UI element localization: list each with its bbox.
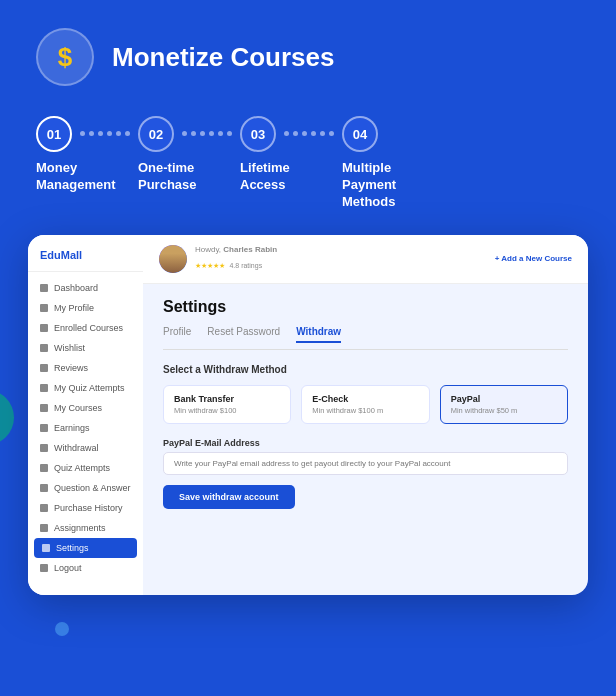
settings-panel: Settings Profile Reset Password Withdraw… [143,284,588,595]
howdy-label: Howdy, Charles Rabin [195,245,277,254]
earnings-icon [40,424,48,432]
header: $ Monetize Courses [0,0,616,106]
step-dots-1 [80,131,130,136]
tab-withdraw[interactable]: Withdraw [296,326,341,343]
page-title: Monetize Courses [112,42,335,73]
step-dots-2 [182,131,232,136]
avatar-image [159,245,187,273]
withdrawal-icon [40,444,48,452]
payment-bank-transfer[interactable]: Bank Transfer Min withdraw $100 [163,385,291,424]
wishlist-icon [40,344,48,352]
paypal-email-input[interactable] [163,452,568,475]
sidebar-item-logout[interactable]: Logout [28,558,143,578]
settings-title: Settings [163,298,568,316]
payment-echeck[interactable]: E-Check Min withdraw $100 m [301,385,429,424]
payment-name-bank: Bank Transfer [174,394,280,404]
save-withdraw-button[interactable]: Save withdraw account [163,485,295,509]
payment-min-bank: Min withdraw $100 [174,406,280,415]
quiz-att-icon [40,464,48,472]
sidebar-item-withdrawal[interactable]: Withdrawal [28,438,143,458]
rating-row: ★★★★★ 4.8 ratings [195,254,277,272]
add-course-button[interactable]: + Add a New Course [495,254,572,263]
sidebar-item-wishlist[interactable]: Wishlist [28,338,143,358]
qa-icon [40,484,48,492]
payment-min-paypal: Min withdraw $50 m [451,406,557,415]
star-rating: ★★★★★ [195,262,225,269]
main-card: EduMall Dashboard My Profile Enrolled Co… [28,235,588,595]
step-label-2: One-time Purchase [138,160,228,194]
sidebar-brand: EduMall [28,249,143,272]
step-label-4: Multiple Payment Methods [342,160,432,211]
payment-name-echeck: E-Check [312,394,418,404]
step-circle-1: 01 [36,116,72,152]
payment-min-echeck: Min withdraw $100 m [312,406,418,415]
step-circle-3: 03 [240,116,276,152]
content-area: Howdy, Charles Rabin ★★★★★ 4.8 ratings +… [143,235,588,595]
settings-tabs: Profile Reset Password Withdraw [163,326,568,350]
steps-container: 01 Money Management 02 One-time Purchase… [0,106,616,235]
sidebar-item-settings[interactable]: Settings [34,538,137,558]
sidebar-item-profile[interactable]: My Profile [28,298,143,318]
sidebar-item-qa[interactable]: Question & Answer [28,478,143,498]
tab-profile[interactable]: Profile [163,326,191,343]
payment-options: Bank Transfer Min withdraw $100 E-Check … [163,385,568,424]
assignments-icon [40,524,48,532]
decorative-dot [55,622,69,636]
sidebar-item-reviews[interactable]: Reviews [28,358,143,378]
step-dots-3 [284,131,334,136]
sidebar-item-my-courses[interactable]: My Courses [28,398,143,418]
step-circle-4: 04 [342,116,378,152]
tab-reset-password[interactable]: Reset Password [207,326,280,343]
courses-icon [40,404,48,412]
avatar [159,245,187,273]
step-label-1: Money Management [36,160,126,194]
section-label: Select a Withdraw Method [163,364,568,375]
sidebar-item-assignments[interactable]: Assignments [28,518,143,538]
step-2: 02 One-time Purchase [138,116,240,194]
quiz-icon [40,384,48,392]
payment-name-paypal: PayPal [451,394,557,404]
enrolled-icon [40,324,48,332]
sidebar-item-dashboard[interactable]: Dashboard [28,278,143,298]
purchase-icon [40,504,48,512]
sidebar-item-quiz-attempts[interactable]: My Quiz Attempts [28,378,143,398]
rating-value: 4.8 ratings [229,262,262,269]
form-group-email: PayPal E-Mail Address [163,438,568,475]
step-4: 04 Multiple Payment Methods [342,116,432,211]
step-1: 01 Money Management [36,116,138,194]
form-label-email: PayPal E-Mail Address [163,438,568,448]
decorative-shape [0,390,14,445]
user-text: Howdy, Charles Rabin ★★★★★ 4.8 ratings [195,245,277,272]
step-3: 03 Lifetime Access [240,116,342,194]
user-info: Howdy, Charles Rabin ★★★★★ 4.8 ratings [159,245,277,273]
dashboard-icon [40,284,48,292]
logout-icon [40,564,48,572]
sidebar-item-enrolled[interactable]: Enrolled Courses [28,318,143,338]
sidebar-item-earnings[interactable]: Earnings [28,418,143,438]
sidebar: EduMall Dashboard My Profile Enrolled Co… [28,235,143,595]
sidebar-item-purchase[interactable]: Purchase History [28,498,143,518]
topbar: Howdy, Charles Rabin ★★★★★ 4.8 ratings +… [143,235,588,284]
step-label-3: Lifetime Access [240,160,330,194]
payment-paypal[interactable]: PayPal Min withdraw $50 m [440,385,568,424]
profile-icon [40,304,48,312]
reviews-icon [40,364,48,372]
step-circle-2: 02 [138,116,174,152]
sidebar-item-quiz-att[interactable]: Quiz Attempts [28,458,143,478]
settings-icon [42,544,50,552]
dollar-icon: $ [58,42,72,73]
header-icon: $ [36,28,94,86]
